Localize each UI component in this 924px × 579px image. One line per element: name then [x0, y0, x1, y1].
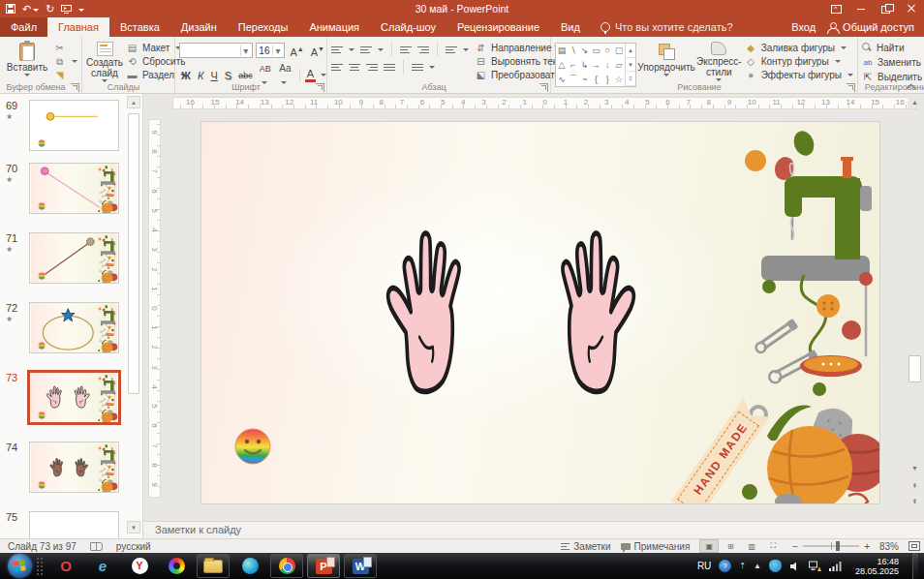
tray-badge-icon[interactable]: ?: [719, 560, 731, 572]
shape-effects-button[interactable]: ●Эффекты фигуры: [745, 70, 853, 80]
shape-line-icon[interactable]: ∖: [568, 44, 579, 58]
numbering-button[interactable]: [360, 44, 384, 55]
vertical-ruler[interactable]: 9876543210123456789: [148, 119, 161, 498]
share-button[interactable]: Общий доступ: [827, 21, 914, 33]
font-color-dropdown[interactable]: [321, 74, 326, 76]
shape-line-arrow-icon[interactable]: ↘: [579, 44, 591, 58]
collapse-ribbon-icon[interactable]: [905, 81, 918, 91]
sign-in-button[interactable]: Вход: [791, 21, 816, 33]
tab-вид[interactable]: Вид: [550, 17, 591, 37]
undo-icon[interactable]: ↶: [22, 0, 39, 17]
taskbar-yandex-browser-button[interactable]: Y: [123, 554, 156, 578]
customize-qat-icon[interactable]: [78, 0, 84, 17]
zoom-level[interactable]: 83%: [879, 541, 899, 552]
format-painter-button[interactable]: ◥: [53, 70, 77, 81]
scroll-down-icon[interactable]: ▼: [908, 462, 922, 474]
show-desktop-button[interactable]: [912, 553, 918, 579]
find-button[interactable]: Найти: [862, 43, 924, 53]
taskbar-browser-swirl-button[interactable]: [160, 554, 193, 578]
italic-button[interactable]: К: [196, 69, 205, 82]
volume-icon[interactable]: [789, 561, 801, 572]
taskbar-file-explorer-button[interactable]: [197, 554, 230, 578]
zoom-out-icon[interactable]: −: [792, 541, 798, 552]
left-hand-image[interactable]: [388, 233, 459, 392]
clock[interactable]: 16:48 28.05.2025: [849, 557, 905, 576]
tab-переходы[interactable]: Переходы: [228, 17, 299, 37]
signal-strength-icon[interactable]: [829, 561, 842, 571]
thumbnail-scrollbar[interactable]: ▲ ▼: [127, 96, 140, 533]
slide-thumbnail-74[interactable]: 74: [29, 442, 121, 495]
save-icon[interactable]: [6, 4, 15, 14]
fit-slide-to-window-icon[interactable]: [909, 541, 920, 551]
tab-слайд-шоу[interactable]: Слайд-шоу: [370, 17, 447, 37]
shape-parallelogram-icon[interactable]: ▱: [613, 58, 625, 73]
align-right-button[interactable]: [366, 61, 378, 73]
tab-рецензирование[interactable]: Рецензирование: [447, 17, 550, 37]
replace-button[interactable]: abЗаменить: [862, 57, 924, 68]
language-switcher[interactable]: RU: [697, 561, 711, 571]
columns-button[interactable]: [412, 61, 435, 73]
decrease-indent-button[interactable]: [400, 44, 412, 55]
slide-thumbnail-71[interactable]: 71 ★: [29, 232, 121, 286]
decrease-font-button[interactable]: А▼: [309, 43, 326, 59]
shape-fill-button[interactable]: ◆Заливка фигуры: [745, 43, 853, 53]
tab-file[interactable]: Файл: [0, 17, 47, 37]
close-button[interactable]: [899, 0, 924, 17]
slide-sorter-view-button[interactable]: ⊞: [721, 539, 740, 553]
taskbar-internet-explorer-button[interactable]: e: [86, 554, 119, 578]
scroll-thumb[interactable]: [909, 355, 921, 382]
increase-indent-button[interactable]: [417, 44, 429, 55]
shape-right-arrow-icon[interactable]: →: [590, 58, 601, 73]
shape-oval-icon[interactable]: ○: [601, 44, 613, 58]
shape-text-box-icon[interactable]: ▤: [556, 44, 568, 58]
slide-thumbnail-75[interactable]: 75: [29, 511, 121, 538]
tab-анимация[interactable]: Анимация: [298, 17, 370, 37]
zoom-slider-thumb[interactable]: [836, 541, 840, 551]
next-slide-icon[interactable]: ⇟: [908, 495, 922, 507]
bullets-button[interactable]: [331, 44, 354, 55]
font-name-combo[interactable]: ▾: [179, 43, 253, 58]
show-hidden-icons[interactable]: ▲: [754, 562, 761, 570]
scroll-up-icon[interactable]: ▲: [908, 96, 922, 108]
previous-slide-icon[interactable]: ⇞: [908, 479, 922, 492]
taskbar-powerpoint-button[interactable]: P: [307, 554, 340, 578]
align-left-button[interactable]: [331, 61, 343, 73]
shape-isosceles-triangle-icon[interactable]: △: [556, 58, 568, 73]
tab-вставка[interactable]: Вставка: [109, 17, 170, 37]
bold-button[interactable]: Ж: [179, 69, 193, 82]
drawing-dialog-launcher[interactable]: [847, 83, 855, 92]
notes-toggle-button[interactable]: Заметки: [561, 541, 610, 552]
line-spacing-button[interactable]: [446, 44, 469, 55]
ribbon-display-options-icon[interactable]: [823, 0, 848, 17]
taskbar-edge-button[interactable]: [233, 554, 266, 578]
slide-thumbnail-70[interactable]: 70 ★: [29, 163, 121, 216]
start-from-beginning-icon[interactable]: [61, 5, 72, 14]
thumbnail-scroll-up-icon[interactable]: ▲: [127, 96, 140, 108]
paste-button[interactable]: Вставить: [4, 40, 50, 80]
quick-styles-button[interactable]: Экспресс-стили: [696, 40, 742, 80]
comments-toggle-button[interactable]: Примечания: [621, 541, 691, 552]
notes-pane[interactable]: Заметки к слайду: [143, 521, 924, 538]
shape-elbow-arrow-connector-icon[interactable]: ↳: [579, 58, 591, 73]
normal-view-button[interactable]: ▣: [699, 539, 719, 553]
tray-update-icon[interactable]: ⇡: [739, 562, 746, 570]
new-slide-button[interactable]: Создать слайд: [86, 40, 123, 80]
slide-thumbnail-72[interactable]: 72 ★: [29, 302, 121, 355]
copy-button[interactable]: ⧉: [53, 56, 77, 68]
minimize-button[interactable]: [848, 0, 874, 17]
network-status-icon[interactable]: [809, 561, 821, 572]
slide-position-indicator[interactable]: Слайд 73 из 97: [8, 541, 77, 552]
increase-font-button[interactable]: А▲: [288, 43, 305, 59]
cut-button[interactable]: ✂: [53, 43, 77, 54]
tab-главная[interactable]: Главная: [47, 17, 109, 37]
shape-down-arrow-icon[interactable]: ↓: [601, 58, 613, 73]
shape-rounded-rectangle-icon[interactable]: ▢: [613, 44, 625, 58]
right-hand-image[interactable]: [563, 233, 633, 392]
paragraph-dialog-launcher[interactable]: [539, 83, 548, 92]
redo-icon[interactable]: ↻: [46, 0, 54, 17]
align-center-button[interactable]: [349, 61, 360, 73]
zoom-slider[interactable]: [803, 545, 859, 547]
rainbow-smiley-image[interactable]: [235, 429, 270, 464]
justify-button[interactable]: [384, 61, 395, 73]
taskbar-word-button[interactable]: W: [344, 554, 377, 578]
